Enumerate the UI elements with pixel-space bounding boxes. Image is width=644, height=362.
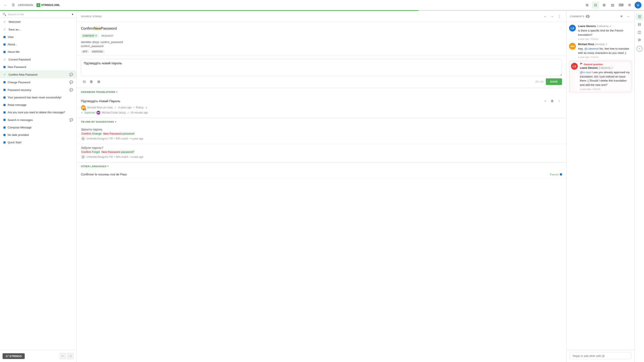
- keyboard-btn[interactable]: ⌨: [618, 2, 624, 8]
- tm-logo: U: [81, 136, 85, 141]
- source-nav: ← → ⋮: [542, 14, 562, 20]
- sidebar-item-compose-message[interactable]: Compose Message: [0, 124, 76, 131]
- comment-text-1: Is there a specific limit for the French…: [578, 28, 632, 37]
- nav-arrows: ← →: [60, 353, 74, 360]
- sidebar-item-current-password[interactable]: ✓ Current Password: [0, 56, 76, 63]
- menu-button[interactable]: ☰: [10, 2, 16, 8]
- sidebar-item-label: Password recovery: [8, 88, 67, 92]
- sidebar-footer: 17 STRINGS ← →: [0, 350, 76, 362]
- tm-logo: U: [81, 155, 85, 159]
- rp-comments-btn[interactable]: ☰: [636, 14, 643, 20]
- sidebar-item-welcome[interactable]: ✓ Welcome!: [0, 18, 76, 26]
- sidebar-item-label: About...: [8, 43, 73, 46]
- comment-reply-input[interactable]: [570, 352, 631, 360]
- tm-section-title[interactable]: TM AND MT SUGGESTIONS ▼: [81, 120, 117, 123]
- source-header: SOURCE STRING ← → ⋮: [77, 11, 566, 22]
- sidebar-item-password-recovery[interactable]: Password recovery 💬: [0, 86, 76, 94]
- sidebar-item-view[interactable]: View: [0, 33, 76, 41]
- translation-item-text: Підтвердіть Новий Пароль: [81, 99, 542, 103]
- sidebar-item-no-date[interactable]: No date provided: [0, 131, 76, 138]
- sidebar-item-label: Welcome!: [8, 20, 73, 24]
- comment-meta-1: a year ago • French: [578, 38, 632, 40]
- prev-source-btn[interactable]: ←: [542, 14, 548, 20]
- status-indicator: [4, 66, 6, 68]
- layout-side-btn[interactable]: ⊠: [600, 2, 607, 8]
- comment-author-1: Leane Stevens (l.stevens) ✓: [578, 25, 632, 28]
- sidebar-item-label: Read message: [8, 103, 73, 106]
- sidebar-item-label: Change Password: [8, 81, 67, 84]
- sidebar-item-confirm-new-password[interactable]: ✓ Confirm New Password 💬: [0, 71, 76, 78]
- layout-split-btn[interactable]: ⊟: [592, 2, 599, 8]
- sidebar-item-about-me[interactable]: About Me: [0, 48, 76, 56]
- sidebar-item-read-message[interactable]: Read message: [0, 101, 76, 108]
- sidebar-item-save-as[interactable]: ✓ Save as...: [0, 26, 76, 33]
- rp-layout-btn[interactable]: ◫: [636, 29, 643, 36]
- sidebar-item-about[interactable]: About...: [0, 41, 76, 48]
- sidebar-item-search-messages[interactable]: Search in messages 💬: [0, 116, 76, 124]
- suggestion-item-2: Забули пароль? ConfirmForgot New Passwor…: [77, 144, 566, 162]
- sidebar-item-change-password[interactable]: Change Password 💬: [0, 78, 76, 86]
- sidebar-item-label: About Me: [8, 50, 73, 54]
- approve-btn[interactable]: ✓: [542, 98, 548, 104]
- other-lang-section-title[interactable]: OTHER LANGUAGES ▼: [81, 165, 109, 168]
- approver-verified-icon: ✓: [127, 111, 129, 114]
- sidebar-item-label: Are you sure you want to delete this mes…: [8, 111, 73, 114]
- prev-string-btn[interactable]: ←: [60, 353, 66, 360]
- check-icon: ✓: [4, 73, 6, 76]
- comment-body-1: Leane Stevens (l.stevens) ✓ Is there a s…: [578, 25, 632, 40]
- collapse-comments-btn[interactable]: −: [625, 14, 631, 20]
- top-navigation: ← ☰ UKRAINIAN › A STRINGS.XML ⊞ ⊟ ⊠ ▤ ⌨ …: [0, 0, 644, 10]
- delete-tool-btn[interactable]: 🗑: [88, 78, 94, 85]
- request-tab[interactable]: REQUEST: [100, 34, 115, 38]
- sidebar-item-password-reset[interactable]: Your password has been reset successfull…: [0, 94, 76, 101]
- user-avatar[interactable]: U: [635, 2, 642, 8]
- status-indicator: [4, 104, 6, 106]
- status-indicator: [4, 126, 6, 128]
- close-comments-btn[interactable]: ✕: [618, 14, 624, 20]
- sidebar-item-delete-message[interactable]: Are you sure you want to delete this mes…: [0, 108, 76, 116]
- author-name: Michael Ross: [578, 43, 594, 46]
- next-source-btn[interactable]: →: [549, 14, 555, 20]
- next-string-btn[interactable]: →: [67, 353, 74, 360]
- sidebar-item-quick-start[interactable]: Quick Start: [0, 138, 76, 146]
- comments-header-actions: ✕ −: [618, 14, 631, 20]
- rp-data-btn[interactable]: ⊘: [636, 36, 643, 43]
- other-lang-item: Confirmer le nouveau mot de Pass French: [77, 170, 566, 179]
- translations-section-title[interactable]: UKRAINIAN TRANSLATIONS ▼: [81, 91, 118, 93]
- author-name: Leane Stevens: [580, 66, 598, 70]
- filter-icon[interactable]: ▼: [71, 13, 74, 16]
- translator-avatar: MR TM: [81, 105, 86, 110]
- suggestion-source: ConfirmForgot New Passwordpassword?: [81, 150, 562, 154]
- other-lang-text: Confirmer le nouveau mot de Pass: [81, 173, 127, 176]
- translation-item-actions: ✓ 🗑 ⋮: [542, 98, 562, 104]
- match-percent: • 50% match: [114, 137, 128, 140]
- rating-label: •: [133, 106, 134, 109]
- split-tool-btn[interactable]: ⊠: [96, 78, 102, 85]
- delete-translation-btn[interactable]: 🗑: [549, 98, 555, 104]
- terminal-btn[interactable]: ▤: [609, 2, 616, 8]
- rp-add-btn[interactable]: +: [636, 46, 642, 52]
- more-translation-btn[interactable]: ⋮: [556, 98, 562, 104]
- back-button[interactable]: ←: [2, 2, 8, 8]
- status-indicator: [4, 119, 6, 121]
- rp-grid-btn[interactable]: ⊟: [636, 21, 643, 28]
- tags: APP ANDROID: [81, 50, 562, 53]
- breadcrumb-file: A STRINGS.XML: [36, 3, 60, 7]
- file-icon: A: [36, 3, 40, 7]
- comments-count: 3: [586, 15, 590, 18]
- comment-author-3: Leane Stevens (l.stevens) ✓: [580, 66, 630, 70]
- comment-text-2: Hey, @l.stevens! No, feel free to transl…: [578, 47, 632, 55]
- approver-name: Michael Dudar (acsy): [102, 111, 126, 114]
- source-more-btn[interactable]: ⋮: [556, 14, 562, 20]
- sidebar-item-label: Current Password: [8, 58, 73, 61]
- translation-textarea[interactable]: Підтвердіть новий пароль: [81, 59, 562, 76]
- layout-grid-btn[interactable]: ⊞: [584, 2, 590, 8]
- context-tab[interactable]: CONTEXT ▼: [81, 34, 99, 38]
- copy-tool-btn[interactable]: ⊟: [81, 78, 87, 85]
- author-name: Leane Stevens: [578, 25, 596, 28]
- settings-btn[interactable]: ⚙: [626, 2, 633, 8]
- search-input[interactable]: [8, 13, 70, 16]
- save-button[interactable]: SAVE: [546, 78, 562, 85]
- status-indicator: [4, 96, 6, 98]
- sidebar-item-new-password[interactable]: New Password: [0, 63, 76, 71]
